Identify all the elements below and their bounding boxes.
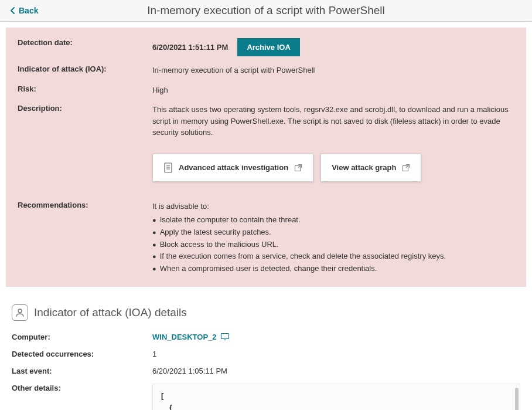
details-section: Indicator of attack (IOA) details Comput… xyxy=(0,293,532,410)
ioa-label: Indicator of attack (IOA): xyxy=(18,65,152,73)
svg-rect-0 xyxy=(165,163,172,172)
recommendations-label: Recommendations: xyxy=(18,201,152,209)
page-header: Back In-memory execution of a script wit… xyxy=(0,0,532,22)
svg-line-7 xyxy=(406,165,409,168)
recommendation-item: If the execution comes from a service, c… xyxy=(152,250,514,263)
svg-line-5 xyxy=(298,165,301,168)
svg-rect-9 xyxy=(221,334,229,339)
recommendations-list: Isolate the computer to contain the thre… xyxy=(152,214,514,275)
risk-label: Risk: xyxy=(18,84,152,93)
other-details-label: Other details: xyxy=(12,384,152,392)
details-section-title: Indicator of attack (IOA) details xyxy=(34,306,187,319)
external-link-icon xyxy=(402,164,410,172)
document-icon xyxy=(163,162,173,173)
advanced-investigation-button[interactable]: Advanced attack investigation xyxy=(152,154,313,182)
back-button[interactable]: Back xyxy=(9,6,38,15)
summary-card: Detection date: 6/20/2021 1:51:11 PM Arc… xyxy=(6,28,526,287)
last-event-label: Last event: xyxy=(12,367,152,375)
detection-date-label: Detection date: xyxy=(18,38,152,47)
person-icon xyxy=(12,304,28,321)
advanced-investigation-label: Advanced attack investigation xyxy=(179,163,288,172)
recommendations-intro: It is advisable to: xyxy=(152,201,514,212)
ioa-value: In-memory execution of a script with Pow… xyxy=(152,65,514,76)
recommendation-item: Block access to the malicious URL. xyxy=(152,239,514,251)
view-attack-graph-label: View attack graph xyxy=(332,163,396,172)
occurrences-value: 1 xyxy=(152,350,520,358)
detection-date-value: 6/20/2021 1:51:11 PM xyxy=(152,42,228,53)
last-event-value: 6/20/2021 1:05:11 PM xyxy=(152,367,520,375)
description-value: This attack uses two operating system to… xyxy=(152,104,514,138)
recommendation-item: Isolate the computer to contain the thre… xyxy=(152,214,514,226)
monitor-icon xyxy=(220,333,230,341)
archive-ioa-button[interactable]: Archive IOA xyxy=(237,38,299,56)
computer-link[interactable]: WIN_DESKTOP_2 xyxy=(152,333,230,341)
recommendation-item: When a compromised user is detected, cha… xyxy=(152,263,514,275)
back-label: Back xyxy=(19,6,38,15)
risk-value: High xyxy=(152,84,514,96)
page-title: In-memory execution of a script with Pow… xyxy=(0,4,532,17)
other-details-json[interactable]: [ { "ChildPath": "SYSTEM|\\WindowsPowerS… xyxy=(152,384,520,410)
occurrences-label: Detected occurrences: xyxy=(12,350,152,358)
chevron-left-icon xyxy=(9,6,16,15)
view-attack-graph-button[interactable]: View attack graph xyxy=(320,154,421,182)
recommendation-item: Apply the latest security patches. xyxy=(152,226,514,239)
computer-label: Computer: xyxy=(12,333,152,341)
svg-point-8 xyxy=(18,309,22,313)
description-label: Description: xyxy=(18,104,152,113)
computer-name: WIN_DESKTOP_2 xyxy=(152,333,217,341)
scrollbar[interactable] xyxy=(515,388,519,410)
external-link-icon xyxy=(294,164,302,172)
